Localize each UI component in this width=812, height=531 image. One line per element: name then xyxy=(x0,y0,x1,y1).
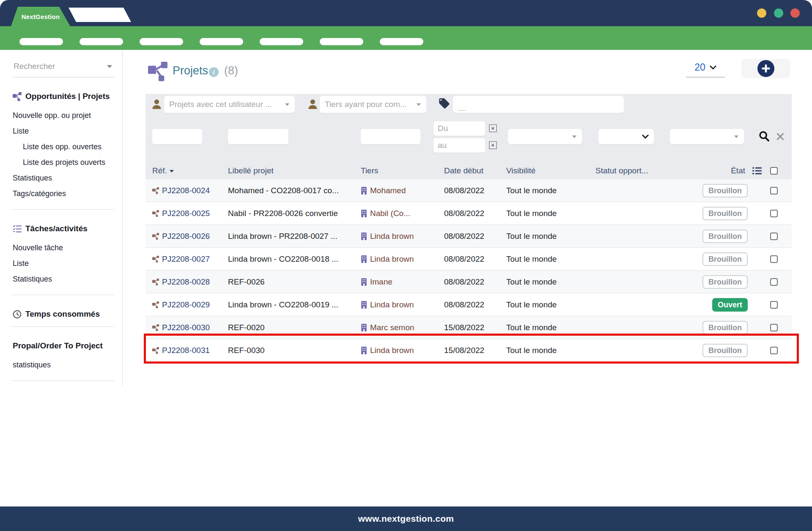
row-checkbox[interactable] xyxy=(770,210,778,217)
sidebar-item-nouvelle-tache[interactable]: Nouvelle tâche xyxy=(13,240,115,256)
column-header-tiers[interactable]: Tiers xyxy=(361,166,444,175)
chevron-down-icon xyxy=(734,135,738,138)
sidebar-item-statistiques-opp[interactable]: Statistiques xyxy=(13,170,115,186)
tiers-cell: Imane xyxy=(361,277,444,287)
filter-thirdparty-select[interactable]: Tiers ayant pour com... xyxy=(320,96,426,113)
column-header-status[interactable]: Statut opport... xyxy=(595,166,700,175)
table-row: PJ2208-0025 Nabil - PR2208-0026 converti… xyxy=(145,202,792,225)
row-checkbox[interactable] xyxy=(770,187,778,194)
row-checkbox[interactable] xyxy=(770,301,778,309)
sidebar-item-liste-taches[interactable]: Liste xyxy=(13,256,115,271)
close-dot[interactable] xyxy=(790,8,800,18)
tiers-cell: Mohamed xyxy=(361,186,444,195)
sidebar-item-statistiques-propal[interactable]: statistiques xyxy=(13,357,115,373)
table-row: PJ2208-0024 Mohamed - CO2208-0017 co... … xyxy=(145,179,792,202)
tiers-cell: Marc semon xyxy=(361,323,444,332)
tiers-cell: Linda brown xyxy=(361,255,444,264)
thirdparty-link[interactable]: Nabil (Co... xyxy=(370,209,410,218)
tiers-cell: Linda brown xyxy=(361,232,444,241)
sidebar-divider xyxy=(11,295,115,295)
filter-etat-select[interactable] xyxy=(670,129,744,144)
sidebar-title-propal[interactable]: Propal/Order To Project xyxy=(13,341,115,350)
status-badge: Brouillon xyxy=(702,275,748,289)
menu-pill[interactable] xyxy=(80,38,123,45)
row-checkbox[interactable] xyxy=(770,233,778,240)
filter-tag-input[interactable]: __ xyxy=(453,96,624,113)
menu-pill[interactable] xyxy=(380,38,423,45)
sidebar-item-tags-categories[interactable]: Tags/catégories xyxy=(13,186,115,202)
thirdparty-link[interactable]: Linda brown xyxy=(370,232,414,241)
sidebar-title-taches[interactable]: Tâches/activités xyxy=(13,224,115,233)
thirdparty-link[interactable]: Imane xyxy=(370,277,392,287)
menu-pill[interactable] xyxy=(320,38,363,45)
menu-pill[interactable] xyxy=(140,38,183,45)
column-header-date[interactable]: Date début xyxy=(444,166,506,175)
plus-icon xyxy=(757,60,774,77)
clear-filters-icon[interactable] xyxy=(776,133,784,140)
sidebar-title-temps[interactable]: Temps consommés xyxy=(13,309,115,319)
tasks-icon xyxy=(13,224,22,233)
maximize-dot[interactable] xyxy=(774,8,783,18)
project-ref-link[interactable]: PJ2208-0025 xyxy=(162,209,210,218)
menu-pill[interactable] xyxy=(200,38,243,45)
project-ref-link[interactable]: PJ2208-0026 xyxy=(162,232,210,241)
calendar-icon[interactable] xyxy=(489,124,497,132)
filter-status-select[interactable] xyxy=(598,129,654,144)
brand-label: NextGestion xyxy=(22,13,60,20)
calendar-icon[interactable] xyxy=(489,141,497,149)
project-mini-icon xyxy=(152,233,159,240)
brand-tab[interactable]: NextGestion xyxy=(11,7,70,26)
sidebar-title-opportunites[interactable]: Opportunités | Projets xyxy=(13,92,115,101)
tag-icon xyxy=(438,97,450,109)
filter-label-input[interactable] xyxy=(228,129,288,144)
page-size-select[interactable]: 20 xyxy=(686,62,725,77)
project-ref-link[interactable]: PJ2208-0029 xyxy=(162,300,210,309)
project-label: REF-0020 xyxy=(228,323,361,332)
secondary-tab[interactable] xyxy=(69,8,131,22)
project-mini-icon xyxy=(152,187,159,194)
menu-pill[interactable] xyxy=(260,38,303,45)
filter-visibility-select[interactable] xyxy=(508,129,582,144)
row-checkbox[interactable] xyxy=(770,255,778,263)
row-checkbox[interactable] xyxy=(770,278,778,286)
table-row: PJ2208-0027 Linda brown - CO2208-0018 ..… xyxy=(145,248,792,271)
sidebar-item-statistiques-taches[interactable]: Statistiques xyxy=(13,271,115,287)
chevron-down-icon xyxy=(417,103,421,106)
filter-ref-input[interactable] xyxy=(152,129,202,144)
thirdparty-link[interactable]: Linda brown xyxy=(370,300,414,309)
search-icon[interactable] xyxy=(758,130,770,142)
column-header-etat[interactable]: État xyxy=(700,166,748,175)
status-badge: Brouillon xyxy=(702,230,748,243)
tag-input-placeholder: __ xyxy=(458,104,466,111)
project-ref-link[interactable]: PJ2208-0024 xyxy=(162,186,210,195)
column-header-visibility[interactable]: Visibilité xyxy=(506,166,595,175)
column-header-ref[interactable]: Réf. xyxy=(152,166,228,175)
sidebar-item-liste-opp[interactable]: Liste xyxy=(13,123,115,139)
minimize-dot[interactable] xyxy=(757,8,766,18)
filter-user-select[interactable]: Projets avec cet utilisateur ... xyxy=(164,96,295,113)
ref-cell: PJ2208-0024 xyxy=(152,186,228,195)
project-mini-icon xyxy=(152,324,159,331)
thirdparty-link[interactable]: Mohamed xyxy=(370,186,406,195)
select-all-checkbox[interactable] xyxy=(770,167,778,175)
ref-cell: PJ2208-0030 xyxy=(152,323,228,332)
filter-date-to-input[interactable] xyxy=(433,138,485,153)
sidebar-item-liste-projets-ouverts[interactable]: Liste des projets ouverts xyxy=(13,155,115,170)
thirdparty-link[interactable]: Marc semon xyxy=(370,323,414,332)
row-checkbox[interactable] xyxy=(770,324,778,331)
project-ref-link[interactable]: PJ2208-0028 xyxy=(162,277,210,287)
project-ref-link[interactable]: PJ2208-0027 xyxy=(162,255,210,264)
thirdparty-link[interactable]: Linda brown xyxy=(370,255,414,264)
project-ref-link[interactable]: PJ2208-0030 xyxy=(162,323,210,332)
sidebar-item-nouvelle-opp[interactable]: Nouvelle opp. ou projet xyxy=(13,108,115,123)
list-fields-icon[interactable] xyxy=(752,166,762,175)
sidebar-search-select[interactable]: Rechercher xyxy=(13,59,115,77)
sidebar-item-liste-opp-ouvertes[interactable]: Liste des opp. ouvertes xyxy=(13,139,115,155)
filter-date-from-input[interactable] xyxy=(433,121,485,136)
info-icon[interactable]: i xyxy=(209,67,219,77)
menu-pill[interactable] xyxy=(19,38,63,45)
page-title: Projets xyxy=(173,64,208,77)
column-header-label[interactable]: Libellé projet xyxy=(228,166,361,175)
add-project-button[interactable] xyxy=(741,59,790,78)
filter-tiers-input[interactable] xyxy=(361,129,420,144)
